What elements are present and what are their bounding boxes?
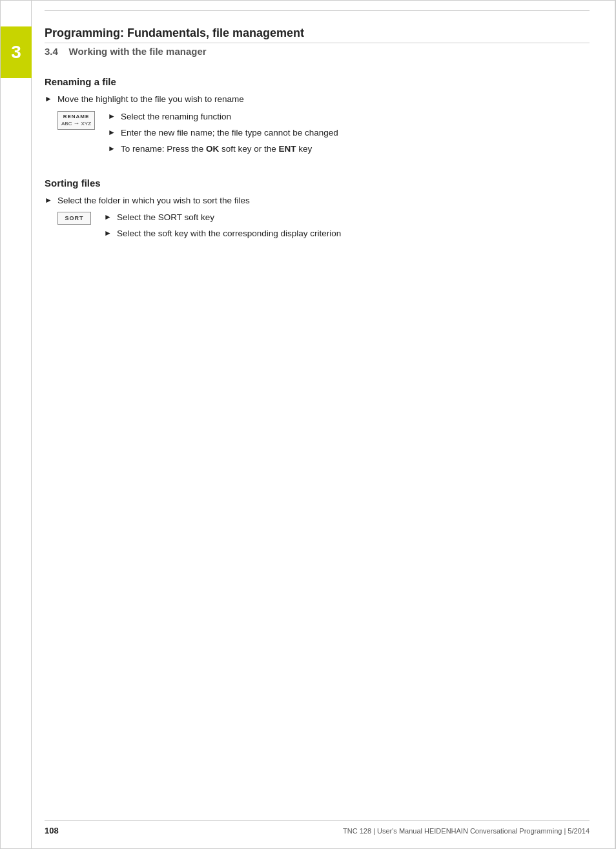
section-number: 3.4 — [45, 46, 58, 57]
left-sidebar: 3 — [1, 1, 32, 848]
sub-bullet-arrow-1: ► — [108, 112, 116, 121]
sub-bullet-item-2: ► Enter the new file name; the file type… — [108, 127, 590, 139]
footer-text: TNC 128 | User's Manual HEIDENHAIN Conve… — [343, 827, 590, 835]
renaming-sub-bullets: ► Select the renaming function ► Enter t… — [108, 111, 590, 159]
top-border — [45, 10, 590, 11]
chapter-number: 3 — [11, 42, 21, 63]
rename-icon-line2: ABC → XYZ — [61, 119, 91, 127]
rename-icon-abc: ABC — [61, 121, 72, 127]
chapter-tab: 3 — [1, 26, 32, 78]
page-container: 3 Programming: Fundamentals, file manage… — [0, 0, 616, 849]
sub-bullet-item-3: ► To rename: Press the OK soft key or th… — [108, 143, 590, 156]
chapter-title: Programming: Fundamentals, file manageme… — [45, 26, 590, 43]
sort-sub-bullet-2: ► Select the soft key with the correspon… — [104, 228, 590, 240]
sorting-sub-section: SORT ► Select the SORT soft key ► Select… — [45, 212, 590, 244]
rename-icon-xyz: XYZ — [81, 121, 91, 127]
sort-sub-text-1: Select the SORT soft key — [117, 212, 214, 224]
renaming-intro-text: Move the highlight to the file you wish … — [57, 94, 244, 106]
bullet-arrow-1: ► — [45, 94, 52, 103]
renaming-intro-bullet: ► Move the highlight to the file you wis… — [45, 94, 590, 106]
page-number: 108 — [45, 826, 59, 835]
rename-icon-line1: RENAME — [61, 114, 91, 120]
sorting-heading: Sorting files — [45, 178, 590, 189]
right-border — [615, 1, 615, 848]
sorting-bullet-arrow: ► — [45, 196, 52, 205]
sort-icon: SORT — [57, 212, 91, 225]
ok-label: OK — [206, 144, 219, 154]
renaming-sub-section: RENAME ABC → XYZ ► Select the renaming f… — [45, 111, 590, 159]
sort-icon-box: SORT — [57, 212, 91, 244]
sub-bullet-arrow-2: ► — [108, 128, 116, 137]
rename-icon: RENAME ABC → XYZ — [57, 111, 95, 130]
section-title: 3.4 Working with the file manager — [45, 46, 590, 57]
sort-sub-bullet-1: ► Select the SORT soft key — [104, 212, 590, 224]
sub-bullet-item-1: ► Select the renaming function — [108, 111, 590, 123]
sort-sub-arrow-2: ► — [104, 229, 112, 238]
sub-bullet-text-3: To rename: Press the OK soft key or the … — [121, 143, 312, 156]
rename-icon-arrow: → — [73, 119, 79, 127]
section-title-text: Working with the file manager — [69, 46, 207, 57]
sort-sub-text-2: Select the soft key with the correspondi… — [117, 228, 341, 240]
renaming-heading: Renaming a file — [45, 76, 590, 87]
sub-bullet-text-1: Select the renaming function — [121, 111, 231, 123]
sorting-intro-bullet: ► Select the folder in which you wish to… — [45, 195, 590, 207]
sub-bullet-text-2: Enter the new file name; the file type c… — [121, 127, 338, 139]
sorting-intro-text: Select the folder in which you wish to s… — [57, 195, 250, 207]
rename-icon-box: RENAME ABC → XYZ — [57, 111, 95, 159]
main-content: Programming: Fundamentals, file manageme… — [45, 1, 590, 244]
page-footer: 108 TNC 128 | User's Manual HEIDENHAIN C… — [45, 820, 590, 835]
sub-bullet-arrow-3: ► — [108, 144, 116, 153]
sort-sub-arrow-1: ► — [104, 212, 112, 221]
ent-label: ENT — [279, 144, 296, 154]
sorting-sub-bullets: ► Select the SORT soft key ► Select the … — [104, 212, 590, 244]
